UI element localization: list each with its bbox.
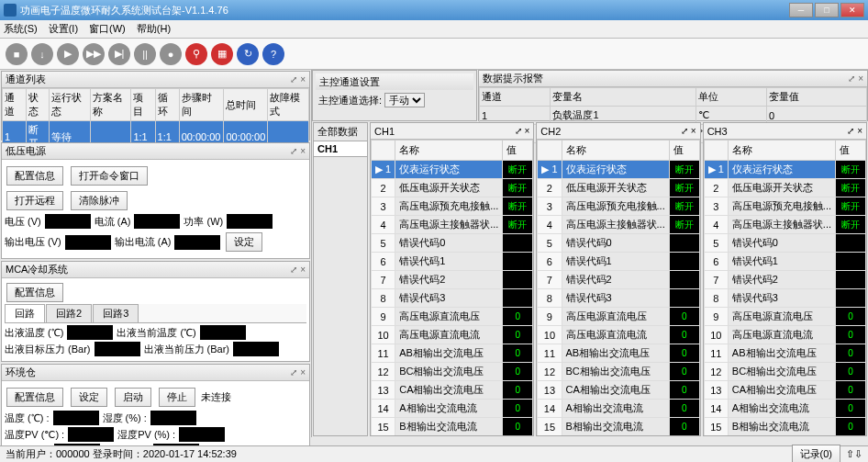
ch2-panel: CH2⤢ ×名称值▶ 1仪表运行状态断开2低压电源开关状态断开3高压电源预充电接… [536,122,700,436]
table-row[interactable]: 10高压电源直流电流0 [372,326,533,344]
table-row[interactable]: 6错误代码1 [704,253,865,271]
menu-system[interactable]: 系统(S) [4,22,38,36]
toolbar: ■ ↓ ▶ ▶▶ ▶| || ● ⚲ ▦ ↻ ? [0,39,868,70]
channel-list-panel: 通道列表⤢ × 通道状态运行状态方案名称项目循环步骤时间总时间故障模式 1断开等… [1,71,310,141]
lv-clear-button[interactable]: 清除脉冲 [71,191,128,210]
app-icon [4,4,17,17]
table-row[interactable]: 9高压电源直流电压0 [372,308,533,326]
lv-set-button[interactable]: 设定 [226,232,262,252]
table-row[interactable]: 4高压电源主接触器状...断开 [372,216,533,234]
table-row[interactable]: 14A相输出交流电流0 [704,400,865,418]
env-start-button[interactable]: 启动 [115,388,151,407]
tool-search-icon[interactable]: ⚲ [185,43,207,65]
table-row[interactable]: 11AB相输出交流电压0 [538,344,699,363]
tool-stop-icon[interactable]: ■ [6,43,28,65]
table-row[interactable]: 9高压电源直流电压0 [704,308,865,326]
titlebar: 功画电子温度微环耐久系统测试台架-V1.1.4.76 ─ □ ✕ [0,0,868,20]
tool-ff-icon[interactable]: ▶▶ [83,43,105,65]
mca-panel: MCA冷却系统⤢ × 配置信息 回路 回路2 回路3 出液温度 (℃) 出液当前… [1,261,310,362]
table-row[interactable]: 7错误代码2 [372,271,533,289]
tab-alldata[interactable]: 全部数据 [314,123,367,141]
tool-play-icon[interactable]: ▶ [57,43,79,65]
lv-remote-button[interactable]: 打开远程 [6,191,63,210]
tool-refresh-icon[interactable]: ↻ [237,43,259,65]
statusbar: 当前用户：000000 登录时间：2020-01-17 14:52:39 记录(… [0,445,868,462]
table-row[interactable]: 13CA相输出交流电压0 [372,381,533,400]
table-row[interactable]: 8错误代码3 [704,289,865,308]
lv-current [134,214,180,229]
menu-settings[interactable]: 设置(I) [49,22,78,36]
tab-ch1[interactable]: CH1 [314,141,367,157]
table-row[interactable]: 7错误代码2 [704,271,865,289]
minimize-button[interactable]: ─ [789,3,813,17]
channel-list-title: 通道列表 [6,73,46,86]
table-row[interactable]: 2低压电源开关状态断开 [538,179,699,197]
table-row[interactable]: 6错误代码1 [372,253,533,271]
mca-tab1[interactable]: 回路 [5,304,45,322]
table-row[interactable]: 5错误代码0 [372,234,533,253]
close-icon[interactable]: ⤢ × [515,126,530,136]
table-row[interactable]: 3高压电源预充电接触...断开 [538,197,699,216]
table-row[interactable]: 11AB相输出交流电压0 [372,344,533,363]
table-row[interactable]: 9高压电源直流电压0 [538,308,699,326]
table-row[interactable]: 15B相输出交流电流0 [704,418,865,436]
pin-icon[interactable]: ⤢ × [290,74,306,85]
table-row[interactable]: 14A相输出交流电流0 [538,400,699,418]
table-row[interactable]: 13CA相输出交流电压0 [704,381,865,400]
tool-skip-icon[interactable]: ▶| [108,43,130,65]
mca-tab3[interactable]: 回路3 [93,304,139,322]
menubar: 系统(S) 设置(I) 窗口(W) 帮助(H) [0,20,868,39]
table-row[interactable]: ▶ 1仪表运行状态断开 [372,161,533,179]
lv-power-panel: 低压电源⤢ × 配置信息 打开命令窗口 打开远程 清除脉冲 电压 (V) 电流 … [1,142,310,259]
lv-config-button[interactable]: 配置信息 [6,166,63,186]
tool-record-icon[interactable]: ● [160,43,182,65]
table-row[interactable]: 6错误代码1 [538,253,699,271]
table-row[interactable]: 12BC相输出交流电压0 [538,363,699,381]
record-button[interactable]: 记录(0) [792,445,840,462]
env-config-button[interactable]: 配置信息 [6,388,63,407]
table-row[interactable]: 4高压电源主接触器状...断开 [704,216,865,234]
table-row[interactable]: 12BC相输出交流电压0 [372,363,533,381]
table-row[interactable]: 4高压电源主接触器状...断开 [538,216,699,234]
tool-pause-icon[interactable]: || [134,43,156,65]
table-row[interactable]: ▶ 1仪表运行状态断开 [538,161,699,179]
table-row[interactable]: 15B相输出交流电流0 [372,418,533,436]
table-row[interactable]: 11AB相输出交流电压0 [704,344,865,363]
table-row[interactable]: 8错误代码3 [538,289,699,308]
menu-window[interactable]: 窗口(W) [89,22,126,36]
tool-help-icon[interactable]: ? [262,43,284,65]
table-row[interactable]: 13CA相输出交流电压0 [538,381,699,400]
tool-grid-icon[interactable]: ▦ [211,43,233,65]
mca-tab2[interactable]: 回路2 [46,304,92,322]
table-row[interactable]: 8错误代码3 [372,289,533,308]
lv-cmdwin-button[interactable]: 打开命令窗口 [71,166,148,186]
lv-voltage [45,214,91,229]
table-row[interactable]: 2低压电源开关状态断开 [704,179,865,197]
alarm-panel: 数据提示报警⤢ × 通道变量名单位变量值1负载温度1℃01负载温度2℃0 [478,70,868,121]
env-stop-button[interactable]: 停止 [159,388,195,407]
master-channel-select[interactable]: 手动 [384,93,425,107]
app-title: 功画电子温度微环耐久系统测试台架-V1.1.4.76 [20,4,228,17]
table-row[interactable]: 14A相输出交流电流0 [372,400,533,418]
table-row[interactable]: 3高压电源预充电接触...断开 [372,197,533,216]
ch3-panel: CH3⤢ ×名称值▶ 1仪表运行状态断开2低压电源开关状态断开3高压电源预充电接… [703,122,867,436]
table-row[interactable]: 7错误代码2 [538,271,699,289]
table-row[interactable]: 10高压电源直流电流0 [704,326,865,344]
table-row[interactable]: 5错误代码0 [704,234,865,253]
table-row[interactable]: 12BC相输出交流电压0 [704,363,865,381]
tool-download-icon[interactable]: ↓ [31,43,53,65]
lv-title: 低压电源 [6,144,46,158]
menu-help[interactable]: 帮助(H) [137,22,171,36]
allchannel-tabs: 全部数据 CH1 [313,122,368,436]
table-row[interactable]: 5错误代码0 [538,234,699,253]
mca-config-button[interactable]: 配置信息 [6,283,63,302]
status-user: 当前用户：000000 登录时间：2020-01-17 14:52:39 [6,447,237,461]
table-row[interactable]: 10高压电源直流电流0 [538,326,699,344]
close-button[interactable]: ✕ [840,3,864,17]
table-row[interactable]: 3高压电源预充电接触...断开 [704,197,865,216]
table-row[interactable]: ▶ 1仪表运行状态断开 [704,161,865,179]
env-set-button[interactable]: 设定 [71,388,107,407]
table-row[interactable]: 15B相输出交流电流0 [538,418,699,436]
maximize-button[interactable]: □ [815,3,839,17]
table-row[interactable]: 2低压电源开关状态断开 [372,179,533,197]
